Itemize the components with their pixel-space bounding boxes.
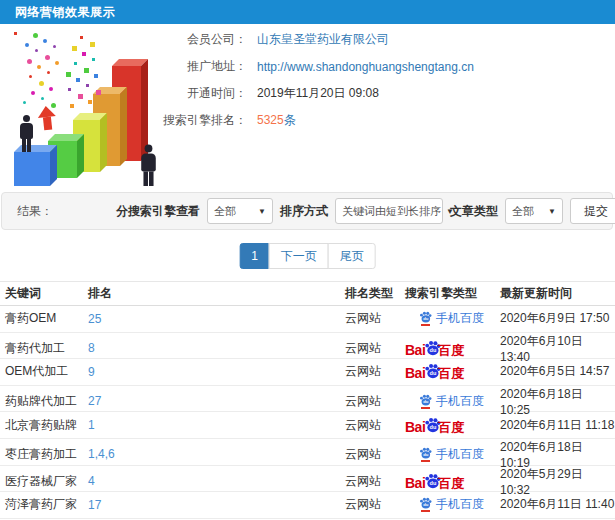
chevron-down-icon: ▼	[258, 207, 266, 216]
rank-type-cell: 云网站	[345, 446, 405, 463]
confetti-dot	[14, 32, 17, 35]
chevron-down-icon: ▼	[548, 207, 556, 216]
engine-cell: du 手机百度	[405, 496, 500, 513]
rank-link[interactable]: 9	[88, 365, 345, 379]
promo-url-row: 推广地址： http://www.shandonghuangshengtang.…	[140, 53, 474, 80]
rank-type-cell: 云网站	[345, 310, 405, 327]
rank-link[interactable]: 1,4,6	[88, 447, 345, 461]
pagination: 1 下一页 尾页	[239, 243, 376, 269]
confetti-dot	[82, 52, 86, 56]
mobile-baidu-paw-icon: du	[419, 311, 432, 326]
confetti-dot	[47, 71, 50, 74]
confetti-dot	[25, 43, 29, 47]
updated-cell: 2020年6月5日 14:57	[500, 363, 615, 380]
rank-link[interactable]: 1	[88, 418, 345, 432]
confetti-dot	[96, 90, 101, 95]
rank-type-cell: 云网站	[345, 340, 405, 357]
baidu-logo-cn: 百度	[438, 421, 464, 434]
confetti-dot	[76, 78, 80, 82]
mobile-baidu-paw-icon: du	[419, 447, 432, 462]
col-rank-type: 排名类型	[345, 285, 405, 302]
baidu-logo-cn: 百度	[438, 367, 464, 380]
sort-select[interactable]: 关键词由短到长排序▼	[335, 198, 443, 224]
submit-button[interactable]: 提交	[570, 198, 615, 224]
keyword-cell: 膏药OEM	[5, 310, 88, 327]
baidu-logo-text: Bai	[405, 477, 425, 490]
svg-text:du: du	[423, 452, 429, 457]
promo-url-link[interactable]: http://www.shandonghuangshengtang.cn	[257, 60, 474, 74]
article-type-select[interactable]: 全部▼	[505, 198, 563, 224]
filter-bar: 结果： 分搜索引擎查看 全部▼ 排序方式 关键词由短到长排序▼ 文章类型 全部▼…	[1, 192, 613, 230]
confetti-dot	[27, 59, 32, 64]
app-header: 网络营销效果展示	[0, 0, 615, 24]
confetti-dot	[88, 100, 92, 104]
keyword-cell: 北京膏药贴牌	[5, 417, 88, 434]
confetti-dot	[94, 74, 98, 78]
engine-cell: Bai du 百度	[405, 363, 500, 380]
mobile-baidu-badge: du 手机百度	[419, 496, 500, 513]
company-name-link[interactable]: 山东皇圣堂药业有限公司	[257, 31, 389, 48]
col-keyword: 关键词	[5, 285, 88, 302]
page-1-button[interactable]: 1	[239, 243, 270, 269]
confetti-dot	[70, 104, 74, 108]
result-label: 结果：	[17, 203, 53, 220]
confetti-dot	[23, 101, 26, 104]
businessman-left-graphic	[20, 115, 33, 152]
table-row: 北京膏药贴牌1云网站Bai du 百度2020年6月11日 11:18	[0, 412, 615, 439]
confetti-dot	[74, 62, 77, 65]
confetti-dot	[92, 58, 95, 61]
open-time-label: 开通时间：	[140, 85, 247, 102]
seo-rank-label: 搜索引擎排名：	[140, 112, 247, 129]
keyword-cell: 菏泽膏药厂家	[5, 496, 88, 513]
rank-type-cell: 云网站	[345, 473, 405, 490]
baidu-logo: Bai du 百度	[405, 473, 500, 490]
updated-cell: 2020年5月29日 10:32	[500, 466, 615, 497]
svg-text:du: du	[423, 399, 429, 404]
keyword-cell: 医疗器械厂家	[5, 473, 88, 490]
svg-text:du: du	[430, 347, 437, 353]
confetti-dot	[33, 33, 38, 38]
open-time-row: 开通时间： 2019年11月20日 09:08	[140, 80, 474, 107]
sort-filter-label: 排序方式	[280, 203, 328, 220]
confetti-dot	[49, 87, 53, 91]
confetti-dot	[72, 46, 77, 51]
mobile-baidu-paw-icon: du	[419, 394, 432, 409]
confetti-dot	[80, 36, 83, 39]
keyword-cell: 枣庄膏药加工	[5, 446, 88, 463]
rank-link[interactable]: 17	[88, 498, 345, 512]
updated-cell: 2020年6月10日 13:40	[500, 333, 615, 364]
confetti-dot	[68, 88, 71, 91]
updated-cell: 2020年6月18日 10:25	[500, 386, 615, 417]
confetti-dot	[31, 91, 35, 95]
mobile-baidu-label: 手机百度	[436, 393, 484, 410]
member-company-row: 会员公司： 山东皇圣堂药业有限公司	[140, 26, 474, 53]
rank-link[interactable]: 4	[88, 474, 345, 488]
baidu-logo-text: Bai	[405, 367, 425, 380]
engine-cell: Bai du 百度	[405, 473, 500, 490]
table-row: 药贴牌代加工27云网站 du 手机百度2020年6月18日 10:25	[0, 386, 615, 413]
col-engine-type: 搜索引擎类型	[405, 285, 500, 302]
last-page-button[interactable]: 尾页	[328, 243, 376, 269]
engine-select[interactable]: 全部▼	[207, 198, 273, 224]
baidu-logo-text: Bai	[405, 344, 425, 357]
confetti-dot	[53, 45, 56, 48]
confetti-dot	[35, 49, 38, 52]
rank-type-cell: 云网站	[345, 363, 405, 380]
svg-text:du: du	[430, 480, 437, 486]
rank-link[interactable]: 8	[88, 341, 345, 355]
seo-rank-count: 5325	[257, 113, 284, 127]
table-row: 菏泽膏药厂家17云网站 du 手机百度2020年6月11日 11:40	[0, 492, 615, 519]
table-row: 医疗器械厂家4云网站Bai du 百度2020年5月29日 10:32	[0, 466, 615, 493]
rank-type-cell: 云网站	[345, 417, 405, 434]
mobile-baidu-badge: du 手机百度	[419, 310, 500, 327]
engine-cell: Bai du 百度	[405, 417, 500, 434]
confetti-dot	[41, 97, 44, 100]
confetti-dot	[84, 68, 89, 73]
rank-link[interactable]: 27	[88, 394, 345, 408]
mobile-baidu-label: 手机百度	[436, 310, 484, 327]
rank-link[interactable]: 25	[88, 312, 345, 326]
businessman-right-graphic	[141, 145, 156, 186]
next-page-button[interactable]: 下一页	[269, 243, 329, 269]
confetti-dot	[55, 61, 59, 65]
updated-cell: 2020年6月11日 11:40	[500, 496, 615, 513]
